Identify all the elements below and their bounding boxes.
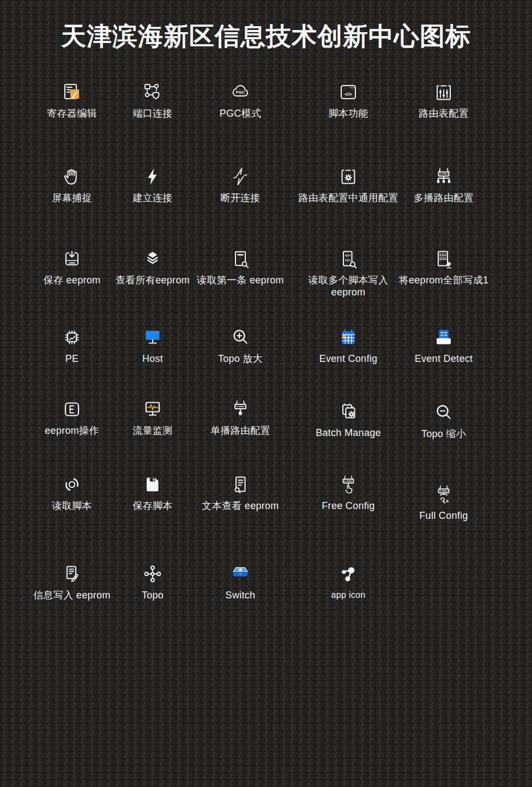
event-detect-icon	[433, 325, 455, 350]
svg-text:</>: </>	[345, 258, 350, 262]
icon-cell-unicast-routing: 单播路由配置	[186, 397, 295, 437]
icon-label: 单播路由配置	[210, 425, 270, 437]
icon-label: 将eeprom全部写成1	[399, 275, 489, 287]
establish-connection-bolt-icon	[142, 164, 164, 189]
icon-label: 脚本功能	[328, 108, 368, 120]
switch-device-icon	[229, 561, 251, 586]
write-eeprom-ones-icon: 1111 1111	[433, 246, 455, 271]
pgc-cloud-icon: PGC	[229, 80, 251, 105]
icon-label: 寄存器编辑	[47, 108, 97, 120]
icon-cell-pgc-mode: PGC PGC模式	[186, 80, 295, 120]
icon-label: 流量监测	[132, 425, 172, 437]
icon-cell-app-icon: app icon	[291, 561, 406, 601]
icon-cell-batch-manage: Batch Manage	[291, 399, 406, 439]
traffic-monitor-icon	[142, 397, 164, 422]
icon-cell-event-config: Event Config	[291, 325, 406, 365]
icon-cell-full-config: A Full Config	[389, 482, 498, 522]
icon-label: Free Config	[322, 500, 374, 512]
port-connection-icon	[142, 80, 164, 105]
icon-label: eeprom操作	[45, 425, 99, 437]
icon-cell-write-eeprom-ones: 1111 1111 将eeprom全部写成1	[389, 246, 498, 287]
icon-label: PE	[65, 353, 79, 365]
icon-label: 文本查看 eeprom	[202, 500, 279, 512]
svg-text:</>: </>	[344, 92, 352, 97]
read-first-eeprom-icon	[229, 246, 251, 271]
save-eeprom-inbox-icon	[61, 246, 83, 271]
svg-text:1111: 1111	[439, 253, 447, 257]
register-edit-icon	[61, 80, 83, 105]
icon-label: PGC模式	[220, 108, 262, 120]
icon-label: Event Detect	[415, 353, 473, 365]
svg-text:1111: 1111	[439, 257, 447, 261]
routing-general-config-gear-icon	[337, 164, 359, 189]
icon-cell-switch: Switch	[186, 561, 295, 602]
svg-text:A: A	[446, 499, 449, 504]
icon-cell-multicast-routing: 多播路由配置	[389, 164, 498, 204]
topo-zoom-out-icon	[433, 400, 455, 425]
icon-label: 路由表配置	[419, 108, 469, 120]
icon-label: 断开连接	[220, 192, 260, 204]
icon-label: Topo 缩小	[421, 428, 466, 440]
topo-zoom-in-icon	[229, 325, 251, 350]
write-info-eeprom-pencil-icon	[61, 561, 83, 586]
icon-label: 查看所有eeprom	[116, 275, 190, 287]
icon-cell-routing-table-config: 路由表配置	[389, 80, 498, 120]
host-monitor-icon	[142, 325, 164, 350]
pe-chip-icon	[61, 325, 83, 350]
script-function-icon: </>	[337, 80, 359, 105]
icon-cell-disconnect: 断开连接	[186, 164, 295, 204]
full-config-icon: A	[433, 482, 455, 507]
read-script-refresh-icon	[61, 472, 83, 497]
icon-label: Event Config	[319, 353, 378, 365]
icon-label: 屏幕捕捉	[52, 192, 92, 204]
icon-label: Host	[142, 353, 163, 365]
disconnect-broken-bolt-icon	[229, 164, 251, 189]
icon-cell-script-function: </> 脚本功能	[291, 80, 406, 120]
free-config-icon	[337, 472, 359, 497]
icon-cell-topo-zoom-out: Topo 缩小	[389, 400, 498, 440]
icon-label: 保存脚本	[132, 500, 172, 512]
icon-label: 多播路由配置	[414, 192, 474, 204]
icon-cell-event-detect: Event Detect	[389, 325, 498, 365]
topo-network-icon	[142, 561, 164, 586]
icon-cell-read-first-eeprom: 读取第一条 eeprom	[186, 246, 295, 287]
icon-label: app icon	[331, 590, 366, 601]
icon-label: Switch	[226, 590, 256, 602]
icon-cell-routing-general-config: 路由表配置中通用配置	[291, 164, 406, 204]
svg-text:</>: </>	[345, 253, 350, 257]
event-config-calendar-icon	[337, 325, 359, 350]
app-nodes-icon	[337, 561, 359, 586]
routing-table-config-icon	[433, 80, 455, 105]
text-view-eeprom-icon	[229, 472, 251, 497]
icon-cell-text-view-eeprom: 文本查看 eeprom	[186, 472, 295, 512]
svg-text:PGC: PGC	[236, 90, 245, 95]
multicast-routing-icon	[433, 164, 455, 189]
icon-cell-free-config: Free Config	[291, 472, 406, 512]
page-title: 天津滨海新区信息技术创新中心图标	[0, 20, 532, 53]
eeprom-operation-icon	[61, 397, 83, 422]
icon-cell-read-multi-scripts: </> </> 读取多个脚本写入 eeprom	[291, 246, 406, 299]
icon-label: Topo 放大	[218, 353, 263, 365]
icon-label: 建立连接	[132, 192, 172, 204]
icon-label: 路由表配置中通用配置	[299, 192, 398, 204]
icon-label: 读取脚本	[52, 500, 92, 512]
icon-label: Topo	[142, 590, 164, 602]
batch-manage-icon	[337, 399, 359, 424]
icon-label: Full Config	[419, 510, 468, 522]
icon-label: Batch Manage	[316, 427, 381, 439]
save-script-floppy-icon	[142, 472, 164, 497]
icon-cell-topo-zoom-in: Topo 放大	[186, 325, 295, 365]
icon-label: 读取第一条 eeprom	[197, 275, 284, 287]
read-multi-scripts-eeprom-icon: </> </>	[337, 246, 359, 271]
icon-label: 端口连接	[132, 108, 172, 120]
unicast-routing-icon	[229, 397, 251, 422]
screen-capture-hand-icon	[61, 164, 83, 189]
icon-label: 读取多个脚本写入 eeprom	[309, 275, 388, 299]
icon-showcase-page: 天津滨海新区信息技术创新中心图标 寄存器编辑 端口连接	[0, 0, 532, 787]
icon-label: 保存 eeprom	[44, 275, 101, 287]
view-all-eeprom-layers-icon	[142, 246, 164, 271]
